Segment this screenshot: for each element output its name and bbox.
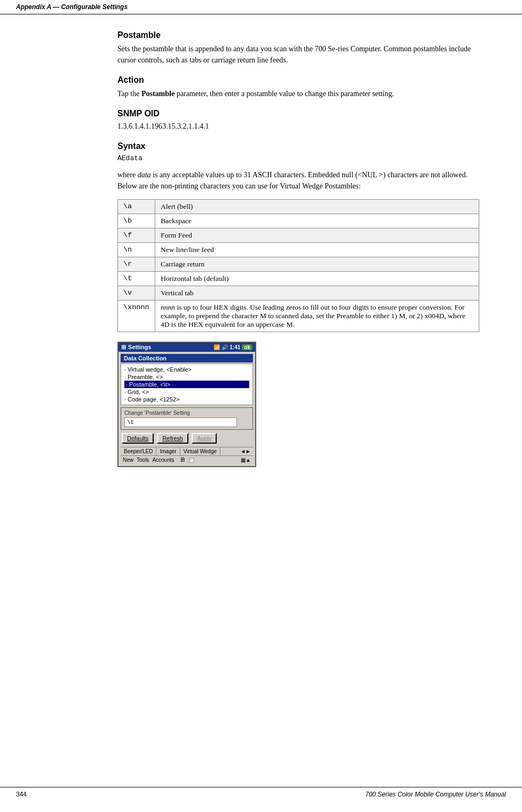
main-content: Postamble Sets the postamble that is app… <box>0 14 522 510</box>
book-title: 700 Series Color Mobile Computer User's … <box>365 791 506 798</box>
titlebar-icons: 📶 🔊 1:41 ok <box>213 344 252 350</box>
escape-code: \f <box>118 228 155 242</box>
page-footer: 344 700 Series Color Mobile Computer Use… <box>0 787 522 801</box>
action-suffix: parameter, then enter a postamble value … <box>175 90 394 98</box>
button-row: Defaults Refresh Apply <box>121 432 253 445</box>
syntax-title: Syntax <box>117 141 479 151</box>
device-titlebar: ⊞ Settings 📶 🔊 1:41 ok <box>118 343 255 352</box>
escape-description: Backspace <box>155 214 479 228</box>
escape-code: \t <box>118 271 155 286</box>
bottom-bar: New Tools Accounts 🖹 📋 ▦▲ <box>121 455 253 464</box>
list-item[interactable]: · Virtual wedge, <Enable> <box>124 366 249 373</box>
escape-description: New line/line feed <box>155 242 479 257</box>
table-row: \nNew line/line feed <box>118 242 479 257</box>
tab-arrows[interactable]: ◄► <box>240 448 253 454</box>
escape-description: Alert (bell) <box>155 199 479 214</box>
grid-icon: ▦▲ <box>241 457 251 463</box>
action-title: Action <box>117 75 479 85</box>
ok-badge: ok <box>242 344 252 350</box>
escape-code: \n <box>118 242 155 257</box>
tools-menu[interactable]: Tools <box>137 457 149 463</box>
postamble-title: Postamble <box>117 30 479 40</box>
page-header: Appendix A — Configurable Settings <box>0 0 522 14</box>
table-row: \fForm Feed <box>118 228 479 242</box>
table-row: \bBackspace <box>118 214 479 228</box>
postamble-input[interactable] <box>124 417 237 427</box>
postamble-body: Sets the postamble that is appended to a… <box>117 43 479 66</box>
table-row: \aAlert (bell) <box>118 199 479 214</box>
escape-code: \xnnnn <box>118 300 155 332</box>
change-section: Change 'Postamble' Setting <box>121 407 253 430</box>
list-item[interactable]: · Preamble, <> <box>124 373 249 381</box>
apply-button[interactable]: Apply <box>192 433 217 444</box>
table-row: \tHorizontal tab (default) <box>118 271 479 286</box>
list-item[interactable]: · Grid, <> <box>124 388 249 396</box>
escape-description: Horizontal tab (default) <box>155 271 479 286</box>
settings-list: · Virtual wedge, <Enable>· Preamble, <>·… <box>121 364 253 405</box>
syntax-body: where data is any acceptable values up t… <box>117 169 479 192</box>
snmp-value: 1.3.6.1.4.1.1963.15.3.2.1.1.4.1 <box>117 121 479 132</box>
table-row: \vVertical tab <box>118 286 479 300</box>
device-screenshot: ⊞ Settings 📶 🔊 1:41 ok Data Collection ·… <box>117 342 256 467</box>
time-display: 1:41 <box>230 344 240 350</box>
list-item[interactable]: · Code page, <1252> <box>124 396 249 403</box>
escape-code: \r <box>118 257 155 271</box>
syntax-suffix: is any acceptable values up to 31 ASCII … <box>117 171 468 190</box>
tab-item[interactable]: Beeper/LED <box>121 447 156 455</box>
escape-code: \v <box>118 286 155 300</box>
change-label: Change 'Postamble' Setting <box>124 410 249 416</box>
escape-description: Form Feed <box>155 228 479 242</box>
action-prefix: Tap the <box>117 90 141 98</box>
table-row: \xnnnnnnnn is up to four HEX digits. Use… <box>118 300 479 332</box>
windows-icon: ⊞ <box>121 344 126 351</box>
escape-description: nnnn is up to four HEX digits. Use leadi… <box>155 300 479 332</box>
signal-icon: 📶 <box>213 344 220 350</box>
table-row: \rCarriage return <box>118 257 479 271</box>
titlebar-title: Settings <box>128 344 151 350</box>
action-body: Tap the Postamble parameter, then enter … <box>117 88 479 99</box>
page-number: 344 <box>16 791 27 798</box>
syntax-prefix: where <box>117 171 138 179</box>
accounts-menu[interactable]: Accounts <box>152 457 174 463</box>
tab-item[interactable]: Imager <box>156 447 180 455</box>
action-bold: Postamble <box>141 90 175 98</box>
list-item[interactable]: · Postamble, <\t> <box>124 381 249 388</box>
escape-description: Carriage return <box>155 257 479 271</box>
titlebar-left: ⊞ Settings <box>121 344 151 351</box>
volume-icon: 🔊 <box>222 344 228 350</box>
escape-description: Vertical tab <box>155 286 479 300</box>
header-left: Appendix A — Configurable Settings <box>16 3 128 11</box>
icon1: 🖹 <box>180 457 185 463</box>
refresh-button[interactable]: Refresh <box>157 433 188 444</box>
escape-code: \a <box>118 199 155 214</box>
escape-table: \aAlert (bell)\bBackspace\fForm Feed\nNe… <box>117 199 479 332</box>
data-collection-label: Data Collection <box>121 354 253 362</box>
tab-row: Beeper/LEDImagerVirtual Wedge◄► <box>121 447 253 455</box>
escape-code: \b <box>118 214 155 228</box>
tab-item[interactable]: Virtual Wedge <box>180 447 220 455</box>
new-menu[interactable]: New <box>123 457 133 463</box>
syntax-italic: data <box>138 171 151 179</box>
icon2: 📋 <box>188 457 195 463</box>
syntax-code: AEdata <box>117 153 479 164</box>
device-body: Data Collection · Virtual wedge, <Enable… <box>118 352 255 466</box>
defaults-button[interactable]: Defaults <box>122 433 154 444</box>
snmp-title: SNMP OID <box>117 109 479 119</box>
